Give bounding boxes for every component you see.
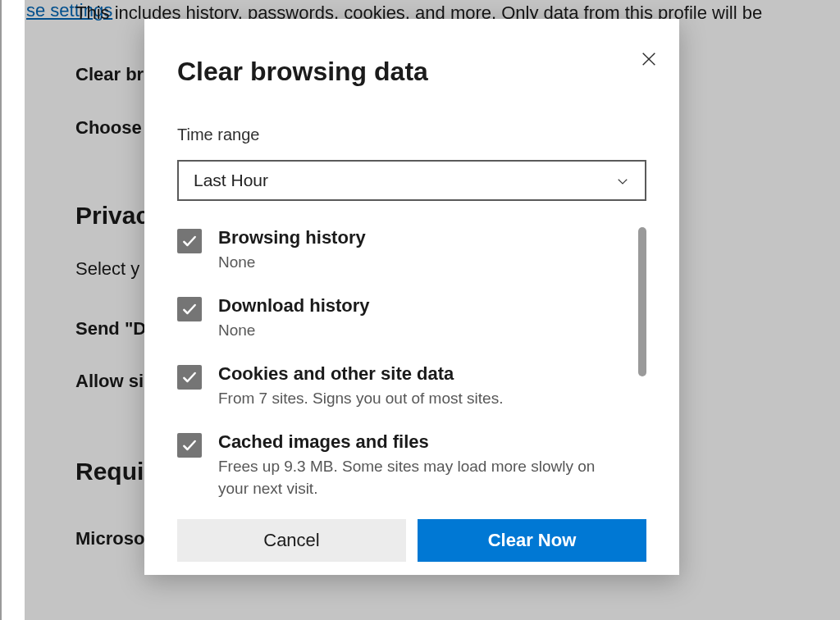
checkbox-browsing-history[interactable] <box>177 229 202 253</box>
time-range-value: Last Hour <box>194 171 268 190</box>
clear-now-button[interactable]: Clear Now <box>418 519 646 562</box>
checkbox-cached[interactable] <box>177 433 202 458</box>
chevron-down-icon <box>615 173 630 188</box>
checkbox-cookies[interactable] <box>177 365 202 390</box>
check-icon <box>181 369 198 385</box>
clear-items-list: Browsing history None Download history N… <box>177 227 645 498</box>
item-title: Cookies and other site data <box>218 363 503 385</box>
cancel-button[interactable]: Cancel <box>177 519 406 562</box>
item-title: Cached images and files <box>218 431 628 453</box>
checkbox-download-history[interactable] <box>177 297 202 321</box>
item-subtitle: From 7 sites. Signs you out of most site… <box>218 388 503 410</box>
items-scrollbar[interactable] <box>638 227 646 376</box>
check-icon <box>181 233 198 249</box>
item-browsing-history: Browsing history None <box>177 227 645 274</box>
item-subtitle: None <box>218 320 370 342</box>
item-cached: Cached images and files Frees up 9.3 MB.… <box>177 431 645 498</box>
close-icon <box>640 50 658 68</box>
item-title: Download history <box>218 295 370 317</box>
item-subtitle: Frees up 9.3 MB. Some sites may load mor… <box>218 456 628 498</box>
clear-browsing-data-dialog: Clear browsing data Time range Last Hour… <box>144 19 679 575</box>
check-icon <box>181 437 198 454</box>
time-range-label: Time range <box>177 125 259 144</box>
item-title: Browsing history <box>218 227 366 248</box>
item-download-history: Download history None <box>177 295 645 342</box>
close-button[interactable] <box>637 47 661 71</box>
dialog-title: Clear browsing data <box>177 57 428 87</box>
check-icon <box>181 301 198 317</box>
item-cookies: Cookies and other site data From 7 sites… <box>177 363 645 410</box>
item-subtitle: None <box>218 252 366 274</box>
time-range-select[interactable]: Last Hour <box>177 160 646 201</box>
dialog-button-row: Cancel Clear Now <box>177 519 646 562</box>
